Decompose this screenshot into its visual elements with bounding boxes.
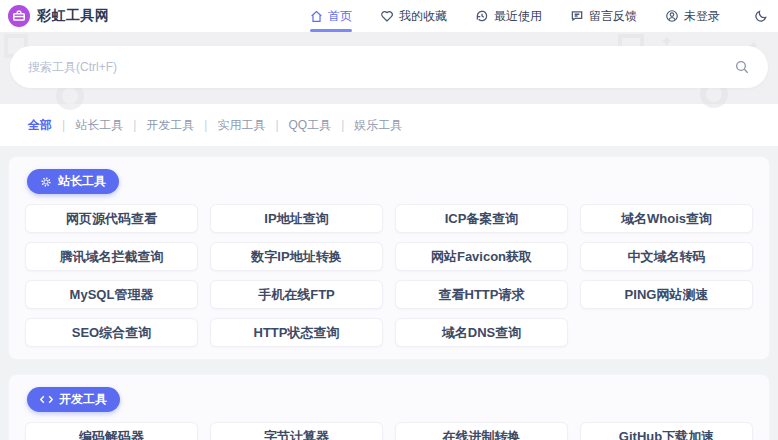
site-logo[interactable]: 彩虹工具网 bbox=[8, 5, 110, 27]
filter-separator: | bbox=[204, 118, 207, 132]
nav-active-indicator bbox=[310, 29, 352, 32]
filter-utility-tools[interactable]: 实用工具 bbox=[217, 117, 265, 134]
tool-grid: 网页源代码查看 IP地址查询 ICP备案查询 域名Whois查询 腾讯域名拦截查… bbox=[23, 204, 755, 347]
tool-button[interactable]: 域名Whois查询 bbox=[580, 204, 753, 233]
tool-button[interactable]: SEO综合查询 bbox=[25, 318, 198, 347]
tool-button[interactable]: 中文域名转码 bbox=[580, 242, 753, 271]
tool-button[interactable]: IP地址查询 bbox=[210, 204, 383, 233]
code-icon bbox=[40, 394, 53, 405]
tool-button[interactable]: 数字IP地址转换 bbox=[210, 242, 383, 271]
search-banner: ✦ ✦ bbox=[0, 32, 778, 104]
app-header: 彩虹工具网 首页 我的收藏 最近使用 留言反馈 bbox=[0, 0, 778, 32]
section-badge-dev: 开发工具 bbox=[27, 387, 120, 412]
toolbox-icon bbox=[8, 5, 30, 27]
moon-icon bbox=[754, 9, 768, 23]
tool-button[interactable]: 网站Favicon获取 bbox=[395, 242, 568, 271]
history-icon bbox=[475, 9, 489, 23]
heart-icon bbox=[380, 9, 394, 23]
home-icon bbox=[310, 10, 323, 23]
tool-button[interactable]: ICP备案查询 bbox=[395, 204, 568, 233]
tool-button[interactable]: PING网站测速 bbox=[580, 280, 753, 309]
filter-separator: | bbox=[62, 118, 65, 132]
main-nav: 首页 我的收藏 最近使用 留言反馈 未登录 bbox=[310, 0, 768, 32]
search-button[interactable] bbox=[726, 59, 750, 75]
filter-fun-tools[interactable]: 娱乐工具 bbox=[354, 117, 402, 134]
filter-separator: | bbox=[341, 118, 344, 132]
user-icon bbox=[665, 9, 679, 23]
section-badge-label: 站长工具 bbox=[58, 173, 106, 190]
search-bar bbox=[10, 46, 768, 88]
nav-login[interactable]: 未登录 bbox=[665, 0, 720, 32]
tool-button[interactable]: MySQL管理器 bbox=[25, 280, 198, 309]
filter-qq-tools[interactable]: QQ工具 bbox=[289, 117, 332, 134]
tool-grid: 编码解码器 字节计算器 在线进制转换 GitHub下载加速 RSA公私钥生成 对… bbox=[23, 422, 755, 440]
tool-button[interactable]: 腾讯域名拦截查询 bbox=[25, 242, 198, 271]
tool-button[interactable]: 在线进制转换 bbox=[395, 422, 568, 440]
tool-button[interactable]: 手机在线FTP bbox=[210, 280, 383, 309]
nav-recent-label: 最近使用 bbox=[494, 8, 542, 25]
site-title: 彩虹工具网 bbox=[37, 7, 110, 25]
filter-separator: | bbox=[133, 118, 136, 132]
gear-icon bbox=[40, 176, 52, 188]
nav-favorites-label: 我的收藏 bbox=[399, 8, 447, 25]
section-badge-label: 开发工具 bbox=[59, 391, 107, 408]
search-icon bbox=[734, 59, 750, 75]
tool-button[interactable]: GitHub下载加速 bbox=[580, 422, 753, 440]
filter-webmaster-tools[interactable]: 站长工具 bbox=[75, 117, 123, 134]
tool-button[interactable]: 域名DNS查询 bbox=[395, 318, 568, 347]
filter-dev-tools[interactable]: 开发工具 bbox=[146, 117, 194, 134]
theme-toggle-button[interactable] bbox=[754, 9, 768, 23]
tool-button[interactable]: 编码解码器 bbox=[25, 422, 198, 440]
section-webmaster-tools: 站长工具 网页源代码查看 IP地址查询 ICP备案查询 域名Whois查询 腾讯… bbox=[8, 156, 770, 360]
section-dev-tools: 开发工具 编码解码器 字节计算器 在线进制转换 GitHub下载加速 RSA公私… bbox=[8, 374, 770, 440]
nav-home[interactable]: 首页 bbox=[310, 0, 352, 32]
nav-recent[interactable]: 最近使用 bbox=[475, 0, 542, 32]
nav-favorites[interactable]: 我的收藏 bbox=[380, 0, 447, 32]
category-filter-bar: 全部 | 站长工具 | 开发工具 | 实用工具 | QQ工具 | 娱乐工具 bbox=[0, 104, 778, 146]
nav-home-label: 首页 bbox=[328, 8, 352, 25]
main-content: 站长工具 网页源代码查看 IP地址查询 ICP备案查询 域名Whois查询 腾讯… bbox=[0, 146, 778, 440]
tool-button[interactable]: 网页源代码查看 bbox=[25, 204, 198, 233]
filter-all[interactable]: 全部 bbox=[28, 117, 52, 134]
nav-login-label: 未登录 bbox=[684, 8, 720, 25]
tool-button[interactable]: 查看HTTP请求 bbox=[395, 280, 568, 309]
filter-separator: | bbox=[275, 118, 278, 132]
nav-feedback-label: 留言反馈 bbox=[589, 8, 637, 25]
section-badge-webmaster: 站长工具 bbox=[27, 169, 119, 194]
search-input[interactable] bbox=[28, 60, 726, 74]
feedback-icon bbox=[570, 9, 584, 23]
tool-button[interactable]: 字节计算器 bbox=[210, 422, 383, 440]
nav-feedback[interactable]: 留言反馈 bbox=[570, 0, 637, 32]
tool-button[interactable]: HTTP状态查询 bbox=[210, 318, 383, 347]
